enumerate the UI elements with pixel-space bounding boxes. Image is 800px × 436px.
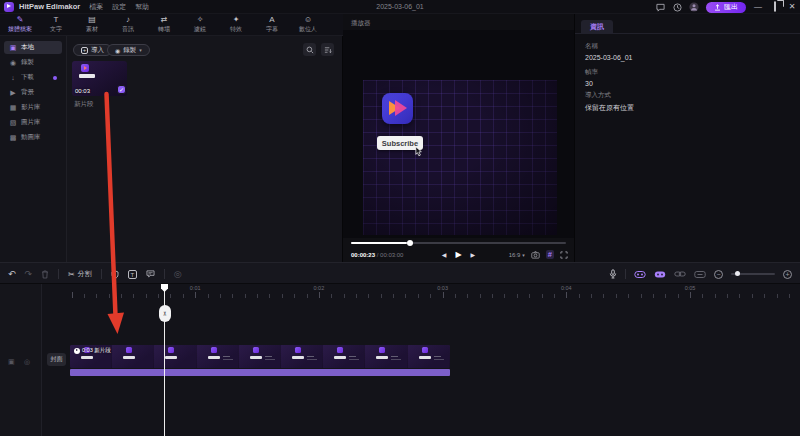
- close-button[interactable]: ✕: [787, 0, 797, 14]
- redo-button[interactable]: ↷: [25, 269, 33, 279]
- speech-bubble-icon: [146, 270, 155, 278]
- seek-progress: [351, 242, 407, 244]
- export-button[interactable]: 匯出: [706, 2, 746, 13]
- background-icon: ▶: [9, 89, 17, 97]
- next-frame-button[interactable]: ▶: [471, 251, 476, 258]
- clip-audio-strip[interactable]: [70, 369, 450, 376]
- media-clip-thumbnail[interactable]: 00:03 ✓: [72, 61, 127, 96]
- text-tool-button[interactable]: T: [128, 270, 137, 279]
- keyframe-button[interactable]: ◎: [174, 269, 182, 279]
- tab-filters[interactable]: ✧ 濾鏡: [182, 14, 218, 35]
- sidebar-item-image-library[interactable]: ▧ 圖片庫: [4, 116, 62, 129]
- tab-digital-human[interactable]: ☺ 數位人: [290, 14, 326, 35]
- zoom-slider-thumb[interactable]: [735, 271, 740, 276]
- restore-button[interactable]: [770, 0, 780, 14]
- filters-tab-icon: ✧: [197, 15, 204, 24]
- digital-human-tab-icon: ☺: [304, 15, 312, 24]
- tab-info[interactable]: 資訊: [581, 20, 613, 34]
- sidebar-item-video-library[interactable]: ▦ 影片庫: [4, 101, 62, 114]
- effects-tab-icon: ✦: [233, 15, 240, 24]
- record-button[interactable]: ◉ 錄製 ▾: [107, 44, 150, 56]
- ribbon-tabs: ✎ 媒體檔案 T 文字 ▤ 素材 ♪ 音訊 ⇄ 轉場 ✧ 濾鏡 ✦ 特效 A 字: [0, 14, 343, 36]
- trash-icon: [41, 270, 49, 279]
- timeline-clip[interactable]: 0:03 新片段: [70, 345, 450, 368]
- delete-button[interactable]: [41, 270, 49, 279]
- history-clock-icon[interactable]: [672, 2, 682, 12]
- grid-overlay-button[interactable]: #: [546, 250, 554, 259]
- preview-axis-toggle[interactable]: [694, 270, 706, 279]
- seek-thumb[interactable]: [407, 240, 413, 246]
- zoom-in-button[interactable]: +: [783, 270, 792, 279]
- sidebar-item-local[interactable]: ▣ 本地: [4, 41, 62, 54]
- player-controls: 00:00:23 / 00:03:00 ◀ ▶ ▶ 16:9 ▾ #: [343, 238, 574, 262]
- tab-subtitles[interactable]: A 字幕: [254, 14, 290, 35]
- subtitle-tool-button[interactable]: [146, 270, 155, 278]
- play-button[interactable]: ▶: [455, 250, 461, 259]
- snap-toggle[interactable]: [634, 270, 646, 279]
- clip-frames: [70, 345, 450, 368]
- info-field-import-method: 導入方式 保留在原有位置: [585, 91, 634, 113]
- film-icon: [74, 348, 80, 354]
- tab-media[interactable]: ✎ 媒體檔案: [2, 14, 38, 35]
- split-button[interactable]: ✂ 分割: [68, 269, 92, 279]
- feedback-icon[interactable]: [655, 2, 665, 12]
- audio-tab-icon: ♪: [126, 15, 130, 24]
- menu-settings[interactable]: 設定: [112, 2, 126, 12]
- track-option-icon[interactable]: ▣: [8, 358, 15, 366]
- info-field-framerate: 幀率 30: [585, 68, 598, 87]
- timeline-ruler[interactable]: 0:010:020:030:040:05: [42, 284, 800, 300]
- clip-duration: 00:03: [75, 88, 90, 94]
- undo-button[interactable]: ↶: [8, 269, 16, 279]
- timeline: ▣ ◎ 0:010:020:030:040:05 封面 0:03 新片段 ✂: [0, 284, 800, 436]
- track-settings-icon[interactable]: ◎: [24, 358, 30, 366]
- media-sidebar: ▣ 本地 ◉ 錄製 ↓ 下載 ▶ 背景 ▦ 影片庫 ▧ 圖片庫 ▩ 動圖庫: [0, 36, 67, 262]
- scissors-cursor-icon: ✂: [161, 311, 168, 316]
- record-dot-icon: ◉: [115, 47, 120, 54]
- auto-ripple-toggle[interactable]: [654, 270, 666, 279]
- cover-button[interactable]: 封面: [47, 353, 66, 366]
- tab-assets[interactable]: ▤ 素材: [74, 14, 110, 35]
- search-button[interactable]: [303, 43, 316, 56]
- clip-subscribe-bar: [79, 74, 95, 78]
- minimize-button[interactable]: —: [753, 0, 763, 14]
- magnet-icon: [634, 270, 646, 279]
- subtitles-tab-icon: A: [269, 15, 274, 24]
- text-tab-icon: T: [54, 15, 59, 24]
- search-icon: [306, 46, 314, 54]
- download-icon: ↓: [9, 74, 17, 81]
- tab-transitions[interactable]: ⇄ 轉場: [146, 14, 182, 35]
- record-icon: ◉: [9, 59, 17, 67]
- link-toggle[interactable]: [674, 270, 686, 278]
- menu-help[interactable]: 幫助: [135, 2, 149, 12]
- titlebar: HitPaw Edimakor 檔案 設定 幫助 2025-03-06_01 匯…: [0, 0, 800, 14]
- previous-frame-button[interactable]: ◀: [442, 251, 447, 258]
- mosaic-button[interactable]: [111, 270, 119, 279]
- sidebar-item-background[interactable]: ▶ 背景: [4, 86, 62, 99]
- video-frame: Subscribe: [363, 80, 557, 235]
- snapshot-button[interactable]: [531, 251, 540, 259]
- link-icon: [674, 270, 686, 278]
- timeline-zoom-slider[interactable]: [731, 273, 775, 275]
- aspect-ratio-dropdown[interactable]: 16:9 ▾: [509, 252, 525, 258]
- tab-text[interactable]: T 文字: [38, 14, 74, 35]
- seek-slider[interactable]: [351, 242, 566, 244]
- zoom-out-button[interactable]: −: [714, 270, 723, 279]
- folder-icon: ▣: [9, 44, 17, 52]
- sidebar-item-gif-library[interactable]: ▩ 動圖庫: [4, 131, 62, 144]
- clip-header: 0:03 新片段: [74, 347, 111, 354]
- fullscreen-button[interactable]: [560, 251, 568, 259]
- chevron-down-icon: ▾: [139, 47, 142, 53]
- account-avatar-icon[interactable]: [689, 2, 699, 12]
- menu-file[interactable]: 檔案: [89, 2, 103, 12]
- info-panel: 資訊 名稱 2025-03-06_01 幀率 30 導入方式 保留在原有位置: [575, 14, 800, 262]
- sort-button[interactable]: [321, 43, 334, 56]
- playhead-cursor-badge: ✂: [159, 305, 171, 322]
- sidebar-item-record[interactable]: ◉ 錄製: [4, 56, 62, 69]
- sidebar-item-download[interactable]: ↓ 下載: [4, 71, 62, 84]
- gif-library-icon: ▩: [9, 134, 17, 142]
- ripple-icon: [654, 270, 666, 279]
- voiceover-button[interactable]: [609, 269, 617, 279]
- tab-effects[interactable]: ✦ 特效: [218, 14, 254, 35]
- tab-audio[interactable]: ♪ 音訊: [110, 14, 146, 35]
- plus-icon: +: [81, 47, 88, 54]
